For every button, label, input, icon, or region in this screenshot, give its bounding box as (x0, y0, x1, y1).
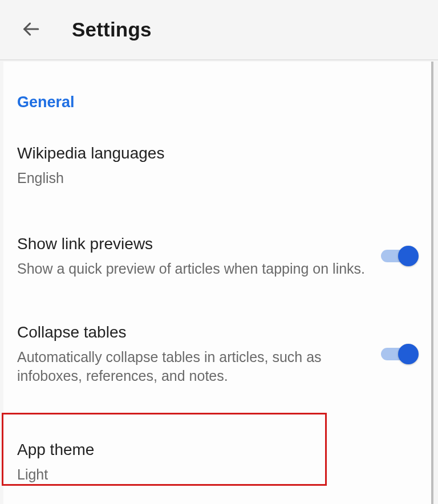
app-bar: Settings (0, 0, 438, 60)
setting-title: Show link previews (17, 234, 370, 254)
setting-description: Show a quick preview of articles when ta… (17, 259, 370, 279)
setting-collapse-tables[interactable]: Collapse tables Automatically collapse t… (3, 299, 431, 407)
setting-description: Automatically collapse tables in article… (17, 348, 370, 387)
setting-app-theme[interactable]: App theme Light (3, 407, 431, 502)
settings-screen: Settings General Wikipedia languages Eng… (0, 0, 438, 504)
toggle-knob (398, 246, 419, 266)
setting-text: Collapse tables Automatically collapse t… (17, 322, 381, 387)
back-button[interactable] (17, 16, 44, 43)
page-title: Settings (72, 18, 152, 41)
setting-wikipedia-languages[interactable]: Wikipedia languages English (3, 127, 431, 209)
setting-title: App theme (17, 440, 406, 460)
setting-text: Wikipedia languages English (17, 143, 417, 188)
setting-text: App theme Light (17, 440, 417, 485)
section-general-label: General (3, 62, 431, 127)
setting-title: Wikipedia languages (17, 143, 406, 163)
arrow-left-icon (21, 19, 40, 40)
setting-value: Light (17, 465, 406, 485)
setting-title: Collapse tables (17, 322, 370, 342)
toggle-link-previews[interactable] (381, 245, 417, 267)
toggle-collapse-tables[interactable] (381, 343, 417, 365)
toggle-knob (398, 344, 419, 364)
setting-value: English (17, 169, 406, 188)
setting-show-link-previews[interactable]: Show link previews Show a quick preview … (3, 209, 431, 299)
settings-panel: General Wikipedia languages English Show… (3, 62, 433, 504)
setting-text: Show link previews Show a quick preview … (17, 234, 381, 279)
